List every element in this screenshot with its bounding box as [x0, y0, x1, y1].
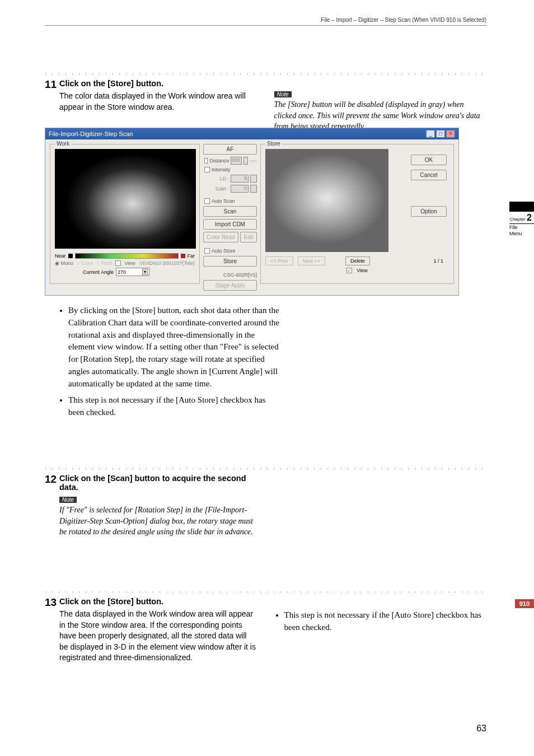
gain-label: Gain : [216, 186, 229, 192]
window-buttons: _□× [425, 130, 455, 138]
store-label: Store [265, 141, 282, 147]
near-swatch [68, 254, 73, 258]
intensity-label: Intensity [212, 167, 231, 172]
close-icon[interactable]: × [446, 130, 455, 138]
store-panel: Store << Prev Next >> Delete 1 / 1 ✓View… [260, 144, 454, 284]
step-number-11: 11 [45, 79, 59, 113]
device-label: VIVID910 2001037(Tele) [139, 260, 195, 266]
autoscan-checkbox[interactable] [204, 198, 210, 204]
import-cdm-button[interactable]: Import CDM [203, 219, 257, 230]
distance-checkbox[interactable] [204, 158, 208, 164]
stage-apply-button[interactable]: Stage Apply [203, 280, 257, 291]
dialog-step-scan: File-Import-Digitizer-Step Scan _□× Work… [45, 128, 459, 296]
delete-button[interactable]: Delete [345, 256, 370, 265]
header-rule [45, 25, 486, 26]
intensity-checkbox[interactable] [204, 167, 210, 172]
far-label: Far [188, 253, 195, 259]
color-read-button[interactable]: Color Read [203, 232, 238, 242]
cancel-button[interactable]: Cancel [411, 170, 447, 180]
stage-label: CSG-602R[V1] [203, 272, 257, 278]
color-radio[interactable]: ○ Color [77, 260, 93, 266]
divider: · · · · · · · · · · · · · · · · · · · · … [45, 465, 486, 472]
near-label: Near [55, 253, 66, 259]
step-number-13: 13 [45, 597, 59, 664]
work-label: Work [55, 141, 71, 147]
step-12-title: Click on the [Scan] button to acquire th… [59, 474, 261, 492]
prev-button[interactable]: << Prev [265, 256, 293, 265]
step-11-note: The [Store] button will be disabled (dis… [274, 99, 487, 132]
divider: · · · · · · · · · · · · · · · · · · · · … [45, 70, 486, 77]
divider: · · · · · · · · · · · · · · · · · · · · … [45, 588, 486, 595]
mono-radio[interactable]: ◉ Mono [55, 260, 73, 266]
store-view-checkbox[interactable]: ✓ [346, 268, 352, 273]
bullet: By clicking on the [Store] button, each … [68, 305, 281, 390]
ld-input[interactable]: 9 [231, 175, 249, 183]
badge-910: 910 [515, 599, 534, 608]
distance-input[interactable]: 650 [231, 157, 242, 165]
autostore-label: Auto Store [212, 248, 236, 254]
next-button[interactable]: Next >> [298, 256, 326, 265]
store-preview [265, 149, 388, 252]
scan-button[interactable]: Scan [203, 206, 257, 217]
view-checkbox[interactable] [115, 260, 121, 266]
step-number-12: 12 [45, 474, 59, 538]
step-11-text: The color data displayed in the Work win… [59, 91, 257, 113]
step-13-title: Click on the [Store] button. [59, 597, 257, 606]
gain-input[interactable]: 0 [231, 185, 249, 193]
autostore-checkbox[interactable] [204, 248, 210, 254]
distance-spin[interactable] [243, 157, 248, 165]
autoscan-label: Auto Scan [212, 198, 235, 204]
side-tab: Chapter 2 FileMenu [509, 202, 534, 237]
af-button[interactable]: AF [203, 144, 257, 155]
ld-spin[interactable] [250, 175, 257, 183]
note-tag: Note [59, 497, 77, 503]
dialog-titlebar: File-Import-Digitizer-Step Scan _□× [45, 128, 458, 139]
ld-label: LD : [219, 176, 229, 181]
distance-unit: mm [250, 158, 257, 164]
mid-controls: AF Distance 650 mm Intensity LD :9 Gain … [203, 144, 257, 291]
near-far-bar [75, 253, 179, 259]
step-13-text: The data displayed in the Work window ar… [59, 609, 257, 664]
step-11-title: Click on the [Store] button. [59, 79, 257, 88]
minimize-icon[interactable]: _ [426, 130, 435, 138]
current-angle-label: Current Angle [83, 269, 114, 275]
note-tag: Note [274, 91, 292, 97]
step-12-note: If "Free" is selected for [Rotation Step… [59, 505, 261, 538]
current-angle-dropdown[interactable]: 270▾ [116, 268, 149, 276]
option-button[interactable]: Option [411, 206, 447, 217]
far-swatch [181, 254, 185, 258]
maximize-icon[interactable]: □ [436, 130, 445, 138]
step-13-bullets: This step is not necessary if the [Auto … [274, 609, 487, 634]
gain-spin[interactable] [250, 185, 257, 193]
distance-label: Distance [209, 158, 229, 164]
edit-button[interactable]: Edit [240, 232, 257, 242]
chevron-down-icon: ▾ [142, 269, 148, 275]
work-panel: Work Near Far ◉ Mono ○ Color ○ Pitch Vie… [50, 144, 200, 284]
step-11-bullets: By clicking on the [Store] button, each … [68, 305, 281, 423]
dialog-title: File-Import-Digitizer-Step Scan [49, 130, 133, 137]
store-button[interactable]: Store [203, 256, 257, 267]
page-number: 63 [476, 724, 486, 734]
store-view-label: View [357, 268, 367, 273]
bullet: This step is not necessary if the [Auto … [284, 609, 487, 634]
work-preview [55, 149, 196, 249]
ok-button[interactable]: OK [411, 155, 447, 165]
page-counter: 1 / 1 [433, 258, 443, 264]
view-checkbox-label: View [124, 260, 135, 266]
breadcrumb: File – Import – Digitizer – Step Scan (W… [321, 17, 486, 23]
pitch-radio[interactable]: ○ Pitch [96, 260, 112, 266]
bullet: This step is not necessary if the [Auto … [68, 394, 281, 419]
